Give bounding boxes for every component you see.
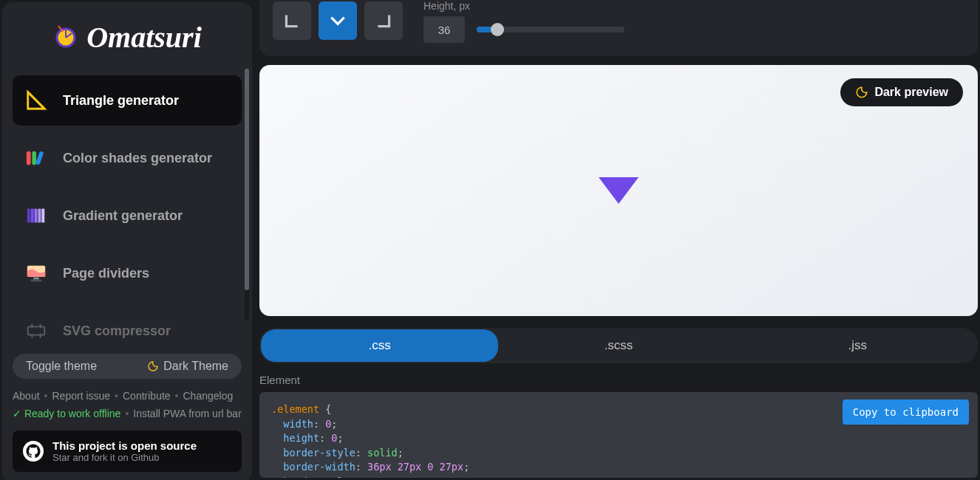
nav-list: Triangle generator Color shades generato… [2,75,252,346]
nav-svg-compressor[interactable]: SVG compressor [13,306,242,346]
report-link[interactable]: Report issue [52,388,111,405]
nav-color-shades[interactable]: Color shades generator [13,133,242,183]
nav-label: Page dividers [63,266,149,281]
preview-pane: Dark preview [259,65,978,316]
code-tabs: .css .scss .jss [259,328,978,363]
gradient-icon [24,204,48,227]
theme-toggle-label: Toggle theme [26,360,97,373]
svg-rect-15 [33,278,39,280]
controls-row: Height, px [259,0,978,56]
compress-icon [24,319,48,343]
height-input[interactable] [423,16,465,43]
svg-rect-17 [28,326,45,335]
tab-css[interactable]: .css [261,329,498,362]
direction-down-button[interactable] [319,1,357,40]
svg-rect-9 [27,209,30,223]
nav-label: Color shades generator [63,151,212,166]
copy-button[interactable]: Copy to clipboard [843,400,969,425]
about-link[interactable]: About [13,388,40,405]
code-panel: .css .scss .jss Element Copy to clipboar… [259,328,978,478]
github-icon [23,441,44,462]
height-control: Height, px [423,0,625,43]
monitor-icon [24,261,48,285]
nav-gradient-generator[interactable]: Gradient generator [13,191,242,241]
footer-links: About• Report issue• Contribute• Changel… [13,388,242,423]
install-pwa[interactable]: Install PWA from url bar [133,405,242,423]
direction-bottom-left-button[interactable] [273,1,311,40]
moon-icon [147,360,159,372]
svg-rect-11 [35,209,38,223]
triangle-icon [24,89,48,112]
svg-rect-10 [31,209,34,223]
theme-name: Dark Theme [163,360,228,373]
omatsuri-icon [52,24,79,51]
main-panel: Height, px Dark preview .css .scss .jss … [252,0,980,480]
height-slider[interactable] [477,27,625,32]
svg-rect-12 [38,209,41,223]
nav-label: Triangle generator [63,93,179,109]
nav-triangle-generator[interactable]: Triangle generator [13,75,242,126]
height-label: Height, px [423,0,625,12]
sidebar-scrollbar[interactable] [245,69,249,320]
svg-point-5 [27,103,29,104]
direction-group [273,0,403,40]
nav-label: SVG compressor [63,323,171,339]
element-label: Element [259,374,978,386]
dark-preview-label: Dark preview [874,86,948,99]
app-logo[interactable]: Omatsuri [2,2,252,75]
svg-rect-8 [35,151,44,165]
svg-rect-6 [27,151,31,165]
moon-icon [855,86,868,99]
dark-preview-button[interactable]: Dark preview [840,78,963,106]
code-block[interactable]: Copy to clipboard.element { width: 0; he… [259,392,978,478]
sidebar: Omatsuri Triangle generator Color shades… [2,2,252,480]
tab-jss[interactable]: .jss [739,329,976,362]
open-source-box[interactable]: This project is open source Star and for… [13,431,242,472]
ready-offline: Ready to work offline [24,408,120,419]
tab-scss[interactable]: .scss [500,329,737,362]
triangle-preview [599,177,639,204]
nav-page-dividers[interactable]: Page dividers [13,248,242,298]
changelog-link[interactable]: Changelog [183,388,234,405]
sidebar-footer: Toggle theme Dark Theme About• Report is… [2,346,252,480]
svg-point-4 [27,98,29,100]
svg-rect-7 [32,151,36,165]
nav-label: Gradient generator [63,208,183,224]
app-name: Omatsuri [86,20,202,55]
svg-rect-13 [41,209,44,223]
oss-subtitle: Star and fork it on Github [52,452,197,463]
svg-rect-16 [31,279,42,281]
theme-toggle[interactable]: Toggle theme Dark Theme [13,354,242,379]
palette-icon [24,146,48,170]
direction-bottom-right-button[interactable] [364,1,403,40]
contribute-link[interactable]: Contribute [123,388,171,405]
oss-title: This project is open source [52,439,197,452]
